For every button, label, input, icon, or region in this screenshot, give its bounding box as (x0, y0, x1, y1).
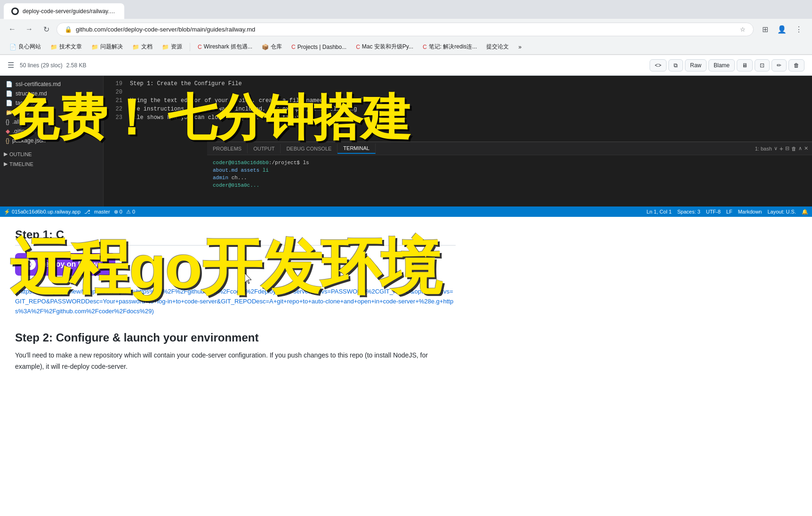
bookmark-icon: 📁 (91, 44, 98, 50)
file-icon: ◆ (6, 128, 10, 135)
bookmark-more[interactable]: » (515, 42, 525, 52)
step1-text: Step 1: C (15, 228, 64, 241)
chevron-icon: ▶ (4, 161, 8, 167)
status-right: Ln 1, Col 1 Spaces: 3 UTF-8 LF Markdown … (647, 209, 808, 215)
terminal-line: admin ch... (213, 174, 806, 182)
sidebar-file-contributors[interactable]: {} .all-contributorsrc (0, 117, 103, 127)
bash-label: 1: bash (755, 146, 772, 151)
bookmark-icon: 📄 (9, 44, 16, 50)
star-icon[interactable]: ☆ (740, 26, 746, 33)
tab-terminal[interactable]: TERMINAL (338, 143, 376, 154)
bookmark-icon: C (291, 44, 296, 50)
bookmark-cangku[interactable]: 📦 仓库 (258, 41, 286, 52)
bookmark-icon: 📦 (262, 44, 269, 50)
bookmark-docs[interactable]: 📁 文档 (129, 41, 156, 52)
sidebar-file-package[interactable]: {} package.json (0, 136, 103, 145)
sidebar-outline[interactable]: ▶ OUTLINE (0, 149, 103, 159)
terminal-line: about.md assets li (213, 167, 806, 174)
delete-button[interactable]: 🗑 (788, 59, 804, 71)
more-button[interactable]: ⋮ (791, 22, 806, 37)
tab-favicon (11, 8, 19, 15)
bookmark-label: Wireshark 抓包遇... (204, 43, 252, 51)
tab-problems[interactable]: PROBLEMS (207, 144, 248, 153)
sidebar-file-ssl[interactable]: 📄 ssl-certificates.md (0, 79, 103, 89)
bookmark-label: 问题解决 (100, 43, 123, 51)
code-line: 22 the instructions that you want includ… (111, 105, 804, 113)
bookmark-label: 技术文章 (59, 43, 82, 51)
bookmark-label: » (518, 44, 522, 50)
address-bar[interactable]: 🔒 github.com/coder/deploy-code-server/bl… (56, 23, 754, 36)
sidebar-file-gitignore[interactable]: ◆ .gitignore (0, 127, 103, 136)
blame-button[interactable]: Blame (708, 59, 735, 71)
file-toolbar: ☰ 50 lines (29 sloc) 2.58 KB <> ⧉ Raw Bl… (0, 55, 812, 76)
copy-raw-button[interactable]: ⊡ (755, 59, 770, 71)
bookmark-icon: C (423, 44, 427, 50)
terminal-line: coder@015a0c... (213, 182, 806, 189)
close-terminal-icon[interactable]: ✕ (804, 145, 808, 151)
file-info: 50 lines (29 sloc) 2.58 KB (20, 62, 86, 69)
bookmark-label: 文档 (141, 43, 153, 51)
chevron-up-icon[interactable]: ∧ (798, 145, 802, 151)
sidebar-file-structure[interactable]: 📄 structure.md (0, 89, 103, 98)
copy-raw-icon: ⊡ (760, 62, 764, 69)
bookmark-tech[interactable]: 📁 技术文章 (47, 41, 86, 52)
file-icon: 📄 (6, 81, 13, 87)
eol-info: LF (726, 209, 732, 215)
copy-button[interactable]: ⧉ (668, 59, 683, 71)
forward-button[interactable]: → (23, 23, 36, 36)
bookmark-submit[interactable]: 提交论文 (482, 41, 513, 52)
code-view-button[interactable]: <> (650, 59, 667, 71)
raw-button[interactable]: Raw (685, 59, 707, 71)
branch-name: master (94, 209, 110, 214)
sidebar-panel: 📄 ssl-certificates.md 📄 structure.md 📄 t… (0, 76, 104, 217)
bookmark-liangxin[interactable]: 📄 良心网站 (6, 41, 45, 52)
edit-button[interactable]: ✏ (772, 59, 787, 71)
railway-link[interactable]: ](https://railway.app/new/template?templ… (15, 288, 453, 315)
back-button[interactable]: ← (6, 23, 19, 36)
code-line: 21 Using the text editor of your choice,… (111, 96, 804, 105)
code-line: 20 (111, 88, 804, 96)
bookmark-label: 提交论文 (486, 43, 509, 51)
railway-icon (24, 259, 36, 270)
bookmark-wireshark[interactable]: C Wireshark 抓包遇... (194, 41, 256, 52)
step2-body: You'll need to make a new repository whi… (15, 350, 456, 373)
warning-count: ⚠ 0 (126, 209, 135, 215)
svg-point-1 (29, 263, 32, 266)
bookmark-resources[interactable]: 📁 资源 (158, 41, 186, 52)
tab-title: deploy-code-server/guides/railway.md (23, 8, 117, 15)
copy-icon: ⧉ (674, 62, 678, 69)
bookmark-projects[interactable]: C Projects | Dashbo... (288, 42, 350, 52)
extensions-button[interactable]: ⊞ (757, 22, 772, 37)
bookmark-icon: C (198, 44, 202, 50)
bell-icon: 🔔 (802, 209, 808, 215)
filename: tags.md (16, 100, 36, 106)
file-icon: {} (6, 137, 9, 144)
split-icon[interactable]: ⊟ (785, 145, 789, 151)
active-tab[interactable]: deploy-code-server/guides/railway.md (4, 3, 124, 19)
sidebar-file-tags[interactable]: 📄 tags.md (0, 98, 103, 108)
sidebar-timeline[interactable]: ▶ TIMELINE (0, 159, 103, 169)
bookmark-mac[interactable]: C Mac 安装和升级Py... (352, 41, 417, 52)
dropdown-icon[interactable]: ∨ (774, 145, 778, 151)
desktop-view-button[interactable]: 🖥 (737, 59, 753, 71)
add-terminal-icon[interactable]: + (780, 145, 783, 152)
layout-info: Layout: U.S. (767, 209, 796, 215)
trash-terminal-icon[interactable]: 🗑 (791, 146, 796, 151)
bookmarks-bar: 📄 良心网站 📁 技术文章 📁 问题解决 📁 文档 📁 资源 C (0, 40, 812, 55)
tab-debug[interactable]: DEBUG CONSOLE (281, 144, 338, 153)
spaces-info: Spaces: 3 (677, 209, 700, 215)
filename: .gitignore (13, 128, 36, 135)
filename: structure.md (16, 90, 47, 97)
sidebar-file-setup[interactable]: 📁 setup (0, 108, 103, 117)
tab-output[interactable]: OUTPUT (248, 144, 281, 153)
profile-button[interactable]: 👤 (774, 22, 789, 37)
lines-info: 50 lines (29 sloc) (20, 62, 63, 69)
step2-heading: Step 2: Configure & launch your environm… (15, 331, 456, 344)
deploy-on-railway-button[interactable]: Deploy on Railway (15, 253, 115, 276)
reload-button[interactable]: ↻ (40, 23, 53, 36)
bookmark-problem[interactable]: 📁 问题解决 (88, 41, 127, 52)
position-info: Ln 1, Col 1 (647, 209, 672, 215)
bookmark-icon: 📁 (132, 44, 139, 50)
bookmark-notes[interactable]: C 笔记: 解决redis连... (419, 41, 481, 52)
code-icon: <> (655, 62, 661, 69)
